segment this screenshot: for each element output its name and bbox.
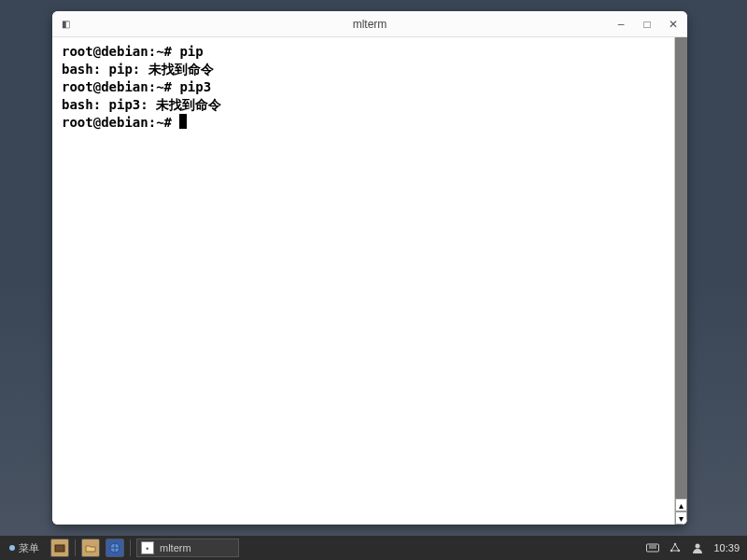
prompt: root@debian:~# (62, 79, 179, 94)
taskbar: 菜单 ▪ mlterm 10:39 (0, 536, 747, 560)
web-browser-launcher[interactable] (106, 539, 124, 557)
scrollbar[interactable]: ▴ ▾ (674, 37, 687, 525)
task-label: mlterm (160, 542, 191, 553)
window-title: mlterm (52, 18, 687, 31)
svg-rect-0 (55, 545, 64, 552)
output-text: bash: pip3: 未找到命令 (62, 97, 221, 112)
window-menu-icon[interactable]: ◧ (60, 19, 71, 30)
taskbar-task-mlterm[interactable]: ▪ mlterm (136, 539, 239, 557)
taskbar-separator (130, 539, 131, 556)
keyboard-icon[interactable] (646, 541, 659, 554)
terminal-icon: ▪ (141, 541, 154, 554)
globe-icon (109, 542, 120, 553)
minimize-button[interactable]: – (614, 18, 627, 31)
scroll-up-arrow-icon[interactable]: ▴ (675, 498, 687, 511)
folder-icon (85, 542, 96, 553)
prompt: root@debian:~# (62, 44, 179, 59)
taskbar-separator (75, 539, 76, 556)
window-titlebar[interactable]: ◧ mlterm – □ ✕ (52, 11, 687, 37)
scrollbar-track[interactable] (675, 37, 687, 498)
file-manager-launcher[interactable] (81, 539, 100, 557)
close-button[interactable]: ✕ (667, 18, 680, 31)
scroll-down-arrow-icon[interactable]: ▾ (675, 511, 687, 525)
cursor (179, 114, 187, 129)
network-icon[interactable] (669, 541, 682, 554)
command-text: pip (179, 44, 203, 59)
menu-icon (9, 545, 15, 551)
clock[interactable]: 10:39 (713, 542, 740, 553)
terminal-body: root@debian:~# pip bash: pip: 未找到命令 root… (52, 37, 687, 525)
prompt: root@debian:~# (62, 115, 179, 130)
window-controls: – □ ✕ (614, 18, 680, 31)
show-desktop-button[interactable] (50, 539, 69, 557)
start-menu-button[interactable]: 菜单 (4, 539, 45, 557)
svg-point-8 (696, 544, 700, 549)
command-text: pip3 (179, 79, 211, 94)
menu-label: 菜单 (19, 541, 39, 555)
maximize-button[interactable]: □ (641, 18, 654, 31)
system-tray: 10:39 (646, 541, 743, 554)
output-text: bash: pip: 未找到命令 (62, 62, 214, 77)
terminal-window: ◧ mlterm – □ ✕ root@debian:~# pip bash: … (52, 11, 687, 525)
user-icon[interactable] (691, 541, 704, 554)
desktop-icon (54, 542, 65, 553)
terminal-output[interactable]: root@debian:~# pip bash: pip: 未找到命令 root… (52, 37, 674, 525)
